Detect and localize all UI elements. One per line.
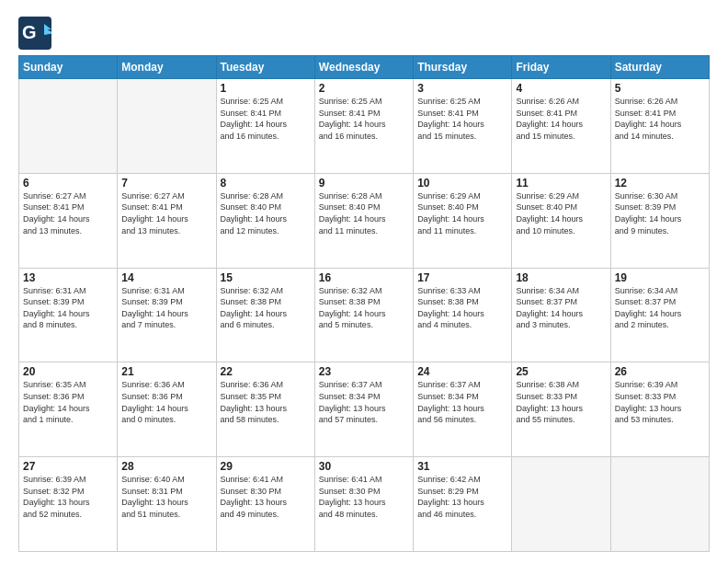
day-info: Sunrise: 6:42 AM Sunset: 8:29 PM Dayligh… [417,474,507,520]
day-number: 13 [23,271,113,284]
day-number: 2 [319,82,409,95]
day-info: Sunrise: 6:41 AM Sunset: 8:30 PM Dayligh… [221,474,311,520]
calendar-cell: 16Sunrise: 6:32 AM Sunset: 8:38 PM Dayli… [314,268,413,362]
svg-text:G: G [22,22,37,42]
day-number: 9 [319,177,409,190]
day-number: 25 [516,365,606,378]
day-info: Sunrise: 6:36 AM Sunset: 8:36 PM Dayligh… [121,379,211,425]
day-info: Sunrise: 6:35 AM Sunset: 8:36 PM Dayligh… [23,379,113,425]
day-number: 31 [417,460,507,473]
day-info: Sunrise: 6:34 AM Sunset: 8:37 PM Dayligh… [615,285,705,331]
day-info: Sunrise: 6:39 AM Sunset: 8:33 PM Dayligh… [615,379,705,425]
calendar-cell: 12Sunrise: 6:30 AM Sunset: 8:39 PM Dayli… [610,173,709,268]
calendar-cell: 1Sunrise: 6:25 AM Sunset: 8:41 PM Daylig… [216,79,314,174]
calendar-cell: 30Sunrise: 6:41 AM Sunset: 8:30 PM Dayli… [314,457,413,552]
calendar-cell: 14Sunrise: 6:31 AM Sunset: 8:39 PM Dayli… [118,268,216,362]
weekday-header-sunday: Sunday [19,56,118,79]
calendar-cell: 13Sunrise: 6:31 AM Sunset: 8:39 PM Dayli… [19,268,118,362]
day-info: Sunrise: 6:26 AM Sunset: 8:41 PM Dayligh… [516,96,606,142]
day-info: Sunrise: 6:25 AM Sunset: 8:41 PM Dayligh… [417,96,507,142]
calendar-cell: 23Sunrise: 6:37 AM Sunset: 8:34 PM Dayli… [314,362,413,457]
day-number: 18 [516,271,606,284]
week-row-5: 27Sunrise: 6:39 AM Sunset: 8:32 PM Dayli… [19,457,710,552]
day-info: Sunrise: 6:32 AM Sunset: 8:38 PM Dayligh… [221,285,311,331]
calendar-cell: 10Sunrise: 6:29 AM Sunset: 8:40 PM Dayli… [414,173,512,268]
day-number: 8 [221,177,311,190]
calendar-cell: 8Sunrise: 6:28 AM Sunset: 8:40 PM Daylig… [216,173,314,268]
logo-icon: G [18,17,51,50]
day-info: Sunrise: 6:32 AM Sunset: 8:38 PM Dayligh… [319,285,409,331]
day-number: 23 [319,365,409,378]
day-number: 30 [319,460,409,473]
day-info: Sunrise: 6:27 AM Sunset: 8:41 PM Dayligh… [121,190,211,236]
day-info: Sunrise: 6:36 AM Sunset: 8:35 PM Dayligh… [221,379,311,425]
calendar-cell: 28Sunrise: 6:40 AM Sunset: 8:31 PM Dayli… [118,457,216,552]
day-number: 16 [319,271,409,284]
calendar-cell [512,457,610,552]
calendar-cell [118,79,216,174]
calendar-cell: 25Sunrise: 6:38 AM Sunset: 8:33 PM Dayli… [512,362,610,457]
calendar-cell: 4Sunrise: 6:26 AM Sunset: 8:41 PM Daylig… [512,79,610,174]
day-number: 24 [417,365,507,378]
page: G SundayMondayTuesdayWednesdayThursdayFr… [0,0,728,563]
day-info: Sunrise: 6:25 AM Sunset: 8:41 PM Dayligh… [221,96,311,142]
day-number: 21 [121,365,211,378]
calendar-cell: 20Sunrise: 6:35 AM Sunset: 8:36 PM Dayli… [19,362,118,457]
weekday-header-saturday: Saturday [610,56,709,79]
day-number: 19 [615,271,705,284]
day-number: 29 [221,460,311,473]
calendar-cell: 3Sunrise: 6:25 AM Sunset: 8:41 PM Daylig… [414,79,512,174]
day-number: 3 [417,82,507,95]
day-info: Sunrise: 6:29 AM Sunset: 8:40 PM Dayligh… [516,190,606,236]
logo: G [18,17,55,50]
calendar-cell: 18Sunrise: 6:34 AM Sunset: 8:37 PM Dayli… [512,268,610,362]
calendar-cell: 26Sunrise: 6:39 AM Sunset: 8:33 PM Dayli… [610,362,709,457]
day-number: 26 [615,365,705,378]
calendar-cell: 15Sunrise: 6:32 AM Sunset: 8:38 PM Dayli… [216,268,314,362]
weekday-header-friday: Friday [512,56,610,79]
weekday-header-tuesday: Tuesday [216,56,314,79]
day-info: Sunrise: 6:37 AM Sunset: 8:34 PM Dayligh… [417,379,507,425]
day-number: 5 [615,82,705,95]
day-info: Sunrise: 6:40 AM Sunset: 8:31 PM Dayligh… [121,474,211,520]
day-info: Sunrise: 6:28 AM Sunset: 8:40 PM Dayligh… [319,190,409,236]
header: G [18,17,710,50]
day-info: Sunrise: 6:31 AM Sunset: 8:39 PM Dayligh… [121,285,211,331]
day-info: Sunrise: 6:38 AM Sunset: 8:33 PM Dayligh… [516,379,606,425]
day-info: Sunrise: 6:26 AM Sunset: 8:41 PM Dayligh… [615,96,705,142]
week-row-3: 13Sunrise: 6:31 AM Sunset: 8:39 PM Dayli… [19,268,710,362]
day-number: 1 [221,82,311,95]
day-number: 11 [516,177,606,190]
calendar-cell: 11Sunrise: 6:29 AM Sunset: 8:40 PM Dayli… [512,173,610,268]
day-info: Sunrise: 6:27 AM Sunset: 8:41 PM Dayligh… [23,190,113,236]
day-number: 28 [121,460,211,473]
day-info: Sunrise: 6:37 AM Sunset: 8:34 PM Dayligh… [319,379,409,425]
calendar-cell: 27Sunrise: 6:39 AM Sunset: 8:32 PM Dayli… [19,457,118,552]
weekday-header-wednesday: Wednesday [314,56,413,79]
day-info: Sunrise: 6:33 AM Sunset: 8:38 PM Dayligh… [417,285,507,331]
calendar-cell: 17Sunrise: 6:33 AM Sunset: 8:38 PM Dayli… [414,268,512,362]
day-info: Sunrise: 6:39 AM Sunset: 8:32 PM Dayligh… [23,474,113,520]
calendar-cell: 7Sunrise: 6:27 AM Sunset: 8:41 PM Daylig… [118,173,216,268]
day-info: Sunrise: 6:30 AM Sunset: 8:39 PM Dayligh… [615,190,705,236]
weekday-header-row: SundayMondayTuesdayWednesdayThursdayFrid… [19,56,710,79]
day-number: 10 [417,177,507,190]
calendar-cell [19,79,118,174]
calendar-cell: 22Sunrise: 6:36 AM Sunset: 8:35 PM Dayli… [216,362,314,457]
day-info: Sunrise: 6:41 AM Sunset: 8:30 PM Dayligh… [319,474,409,520]
week-row-4: 20Sunrise: 6:35 AM Sunset: 8:36 PM Dayli… [19,362,710,457]
day-number: 7 [121,177,211,190]
calendar-cell: 31Sunrise: 6:42 AM Sunset: 8:29 PM Dayli… [414,457,512,552]
week-row-2: 6Sunrise: 6:27 AM Sunset: 8:41 PM Daylig… [19,173,710,268]
day-number: 15 [221,271,311,284]
day-info: Sunrise: 6:31 AM Sunset: 8:39 PM Dayligh… [23,285,113,331]
week-row-1: 1Sunrise: 6:25 AM Sunset: 8:41 PM Daylig… [19,79,710,174]
day-number: 14 [121,271,211,284]
day-info: Sunrise: 6:25 AM Sunset: 8:41 PM Dayligh… [319,96,409,142]
weekday-header-monday: Monday [118,56,216,79]
day-number: 22 [221,365,311,378]
calendar-cell: 2Sunrise: 6:25 AM Sunset: 8:41 PM Daylig… [314,79,413,174]
calendar-cell: 24Sunrise: 6:37 AM Sunset: 8:34 PM Dayli… [414,362,512,457]
calendar-cell: 19Sunrise: 6:34 AM Sunset: 8:37 PM Dayli… [610,268,709,362]
day-number: 27 [23,460,113,473]
